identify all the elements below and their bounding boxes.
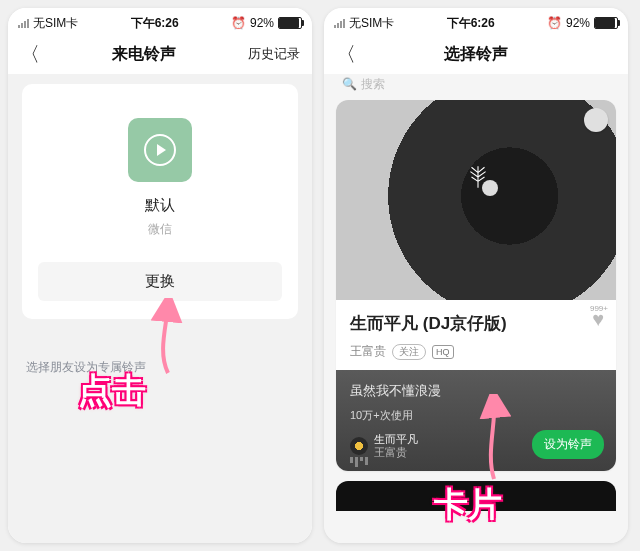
signal-icon — [334, 18, 345, 28]
now-playing-title: 生而平凡 — [374, 433, 418, 446]
friend-tip[interactable]: 选择朋友设为专属铃声 — [22, 359, 298, 376]
card-footer: 虽然我不懂浪漫 10万+次使用 生而平凡 王富贵 设为铃声 — [336, 370, 616, 471]
nav-bar: 〈 来电铃声 历史记录 — [8, 34, 312, 74]
carrier-label: 无SIM卡 — [349, 15, 394, 32]
next-card-peek[interactable] — [336, 481, 616, 511]
now-playing-artist: 王富贵 — [374, 446, 418, 459]
battery-pct: 92% — [566, 16, 590, 30]
disc-icon — [350, 437, 368, 455]
page-title: 来电铃声 — [40, 44, 248, 65]
ringtone-source: 微信 — [38, 221, 282, 238]
use-count: 10万+次使用 — [350, 408, 602, 423]
history-link[interactable]: 历史记录 — [248, 45, 300, 63]
hq-badge: HQ — [432, 345, 454, 359]
alarm-icon: ⏰ — [231, 16, 246, 30]
battery-pct: 92% — [250, 16, 274, 30]
change-button[interactable]: 更换 — [38, 262, 282, 301]
page-title: 选择铃声 — [356, 44, 596, 65]
search-icon: 🔍 — [342, 77, 357, 91]
alarm-icon: ⏰ — [547, 16, 562, 30]
set-ringtone-button[interactable]: 设为铃声 — [532, 430, 604, 459]
battery-icon — [278, 17, 302, 29]
back-icon[interactable]: 〈 — [336, 41, 356, 68]
phone-right: 无SIM卡 下午6:26 ⏰ 92% 〈 选择铃声 🔍 搜索 — [324, 8, 628, 543]
like-count: 999+ — [590, 304, 608, 313]
tonearm-icon — [584, 108, 608, 132]
carrier-label: 无SIM卡 — [33, 15, 78, 32]
album-cover — [336, 100, 616, 300]
search-input[interactable]: 🔍 搜索 — [336, 76, 616, 92]
music-card[interactable]: 生而平凡 (DJ京仔版) 王富贵 关注 HQ ♥ 999+ 虽然我不懂浪漫 10… — [336, 100, 616, 471]
status-time: 下午6:26 — [447, 15, 495, 32]
status-bar: 无SIM卡 下午6:26 ⏰ 92% — [8, 8, 312, 34]
equalizer-icon — [350, 457, 368, 467]
cover-art-icon — [465, 164, 491, 190]
status-time: 下午6:26 — [131, 15, 179, 32]
follow-button[interactable]: 关注 — [392, 344, 426, 360]
back-icon[interactable]: 〈 — [20, 41, 40, 68]
signal-icon — [18, 18, 29, 28]
song-title: 生而平凡 (DJ京仔版) — [350, 312, 602, 335]
ringtone-card: 默认 微信 更换 — [22, 84, 298, 319]
battery-icon — [594, 17, 618, 29]
status-bar: 无SIM卡 下午6:26 ⏰ 92% — [324, 8, 628, 34]
nav-bar: 〈 选择铃声 — [324, 34, 628, 74]
search-placeholder: 搜索 — [361, 76, 385, 93]
ringtone-name: 默认 — [38, 196, 282, 215]
artist-name[interactable]: 王富贵 — [350, 343, 386, 360]
lyric-line: 虽然我不懂浪漫 — [350, 382, 602, 400]
phone-left: 无SIM卡 下午6:26 ⏰ 92% 〈 来电铃声 历史记录 默认 微信 更换 — [8, 8, 312, 543]
play-icon[interactable] — [128, 118, 192, 182]
